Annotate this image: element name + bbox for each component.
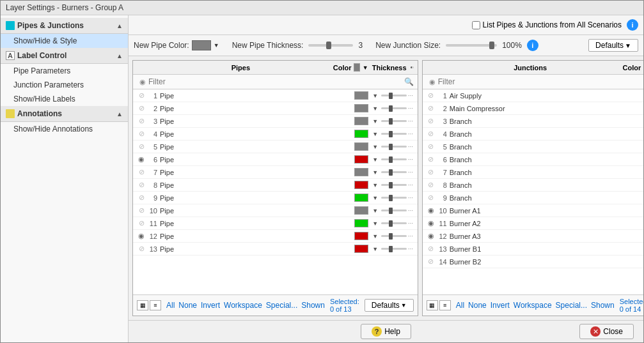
jrow-eye-9[interactable]: ◉	[425, 205, 437, 217]
sidebar-section-pipes-junctions[interactable]: Pipes & Junctions ▲	[1, 18, 128, 34]
jrow-eye-3[interactable]: ⊘	[425, 128, 437, 140]
pipes-icon-btn1[interactable]: ▦	[137, 300, 148, 310]
row-eye-2[interactable]: ⊘	[136, 116, 147, 127]
junctions-workspace-action[interactable]: Workspace	[514, 301, 552, 310]
help-button[interactable]: ? Help	[361, 324, 411, 339]
jrow-eye-4[interactable]: ⊘	[425, 141, 437, 153]
color-swatch-0[interactable]	[354, 91, 368, 100]
pipe-thickness-slider[interactable]	[308, 44, 353, 47]
pipes-all-action[interactable]: All	[166, 301, 175, 310]
color-swatch-5[interactable]	[354, 155, 368, 164]
jrow-eye-11[interactable]: ◉	[425, 231, 437, 242]
sidebar-item-junction-parameters[interactable]: Junction Parameters	[1, 78, 128, 92]
color-swatch-2[interactable]	[354, 117, 368, 125]
junctions-icon-btn1[interactable]: ▦	[427, 300, 438, 310]
row-slider-12: ···	[380, 245, 415, 252]
pipes-defaults-button[interactable]: Defaults ▼	[365, 299, 414, 312]
pipes-search-eye[interactable]: ◉	[137, 76, 148, 88]
pipe-color-dropdown[interactable]: ▼	[214, 42, 219, 49]
jrow-eye-0[interactable]: ⊘	[425, 90, 437, 102]
jrow-eye-13[interactable]: ⊘	[425, 256, 437, 268]
pipes-search-button[interactable]: 🔍	[404, 77, 414, 86]
info-icon[interactable]: i	[627, 19, 638, 31]
sidebar-item-show-hide-style[interactable]: Show/Hide & Style	[1, 34, 128, 48]
row-dd-12[interactable]: ▼	[371, 246, 380, 252]
sidebar-section-annotations[interactable]: Annotations ▲	[1, 106, 128, 122]
row-eye-10[interactable]: ⊘	[136, 218, 147, 229]
row-dd-1[interactable]: ▼	[371, 105, 380, 112]
jrow-eye-1[interactable]: ⊘	[425, 103, 437, 114]
pipes-icon-btn2[interactable]: ≡	[150, 300, 161, 310]
junctions-shown-action[interactable]: Shown	[591, 301, 615, 310]
jrow-eye-5[interactable]: ⊘	[425, 154, 437, 165]
pipes-special-action[interactable]: Special...	[266, 301, 297, 310]
pipes-none-action[interactable]: None	[178, 301, 197, 310]
row-dd-11[interactable]: ▼	[371, 233, 380, 240]
junction-info-icon[interactable]: i	[527, 40, 538, 51]
pipes-panel-footer: ▦ ≡ All None Invert Workspace Special...…	[133, 294, 418, 316]
jrow-eye-2[interactable]: ⊘	[425, 116, 437, 127]
pipes-search-input[interactable]	[148, 77, 404, 86]
jrow-eye-12[interactable]: ⊘	[425, 243, 437, 255]
sidebar-item-pipe-parameters[interactable]: Pipe Parameters	[1, 64, 128, 78]
color-swatch-1[interactable]	[354, 104, 368, 112]
junctions-special-action[interactable]: Special...	[556, 301, 587, 310]
row-eye-5[interactable]: ◉	[136, 154, 147, 165]
row-dd-9[interactable]: ▼	[371, 208, 380, 214]
pipes-shown-action[interactable]: Shown	[301, 301, 325, 310]
junctions-icon-btn2[interactable]: ≡	[439, 300, 451, 310]
color-swatch-11[interactable]	[354, 232, 368, 240]
junctions-invert-action[interactable]: Invert	[491, 301, 510, 310]
jrow-eye-7[interactable]: ⊘	[425, 179, 437, 191]
row-dd-10[interactable]: ▼	[371, 220, 380, 227]
color-swatch-4[interactable]	[354, 142, 368, 151]
row-slider-2: ···	[380, 118, 415, 125]
sidebar: Pipes & Junctions ▲ Show/Hide & Style A …	[1, 15, 129, 342]
jrow-eye-6[interactable]: ⊘	[425, 167, 437, 178]
row-eye-7[interactable]: ⊘	[136, 179, 147, 191]
sidebar-item-show-hide-annotations[interactable]: Show/Hide Annotations	[1, 122, 128, 136]
jrow-eye-10[interactable]: ◉	[425, 218, 437, 229]
color-swatch-9[interactable]	[354, 206, 368, 215]
row-dd-4[interactable]: ▼	[371, 144, 380, 150]
row-dd-3[interactable]: ▼	[371, 131, 380, 137]
junctions-search-input[interactable]	[438, 77, 643, 86]
junction-size-slider[interactable]	[446, 44, 497, 47]
pipes-invert-action[interactable]: Invert	[201, 301, 220, 310]
color-swatch-3[interactable]	[354, 130, 368, 138]
junctions-all-action[interactable]: All	[456, 301, 464, 310]
row-eye-3[interactable]: ⊘	[136, 128, 147, 140]
pipes-workspace-action[interactable]: Workspace	[224, 301, 262, 310]
color-swatch-7[interactable]	[354, 181, 368, 189]
row-dd-2[interactable]: ▼	[371, 118, 380, 125]
sidebar-item-show-hide-labels[interactable]: Show/Hide Labels	[1, 92, 128, 106]
pipe-color-swatch[interactable]	[192, 40, 211, 50]
list-all-scenarios-checkbox[interactable]	[472, 21, 480, 29]
row-eye-9[interactable]: ⊘	[136, 205, 147, 217]
color-swatch-10[interactable]	[354, 219, 368, 227]
color-swatch-12[interactable]	[354, 245, 368, 253]
row-dd-8[interactable]: ▼	[371, 195, 380, 201]
row-dd-7[interactable]: ▼	[371, 182, 380, 188]
pipes-color-dd-arrow[interactable]: ▼	[363, 65, 368, 71]
toolbar-defaults-button[interactable]: Defaults ▼	[588, 39, 638, 52]
jrow-eye-8[interactable]: ⊘	[425, 192, 437, 204]
row-eye-12[interactable]: ⊘	[136, 243, 147, 255]
row-eye-4[interactable]: ⊘	[136, 141, 147, 153]
pipes-color-swatch-header[interactable]	[354, 63, 359, 72]
row-dd-5[interactable]: ▼	[371, 156, 380, 163]
row-eye-6[interactable]: ⊘	[136, 167, 147, 178]
row-eye-1[interactable]: ⊘	[136, 103, 147, 114]
row-dd-6[interactable]: ▼	[371, 169, 380, 176]
row-dd-0[interactable]: ▼	[371, 93, 380, 99]
close-button[interactable]: ✕ Close	[579, 324, 634, 339]
color-swatch-8[interactable]	[354, 194, 368, 202]
row-eye-8[interactable]: ⊘	[136, 192, 147, 204]
junctions-search-eye[interactable]: ◉	[427, 76, 438, 88]
row-eye-11[interactable]: ◉	[136, 231, 147, 242]
color-swatch-6[interactable]	[354, 168, 368, 176]
junctions-none-action[interactable]: None	[468, 301, 487, 310]
list-all-scenarios-checkbox-label[interactable]: List Pipes & Junctions from All Scenario…	[472, 20, 622, 29]
row-eye-0[interactable]: ⊘	[136, 90, 147, 102]
sidebar-section-label-control[interactable]: A Label Control ▲	[1, 48, 128, 64]
